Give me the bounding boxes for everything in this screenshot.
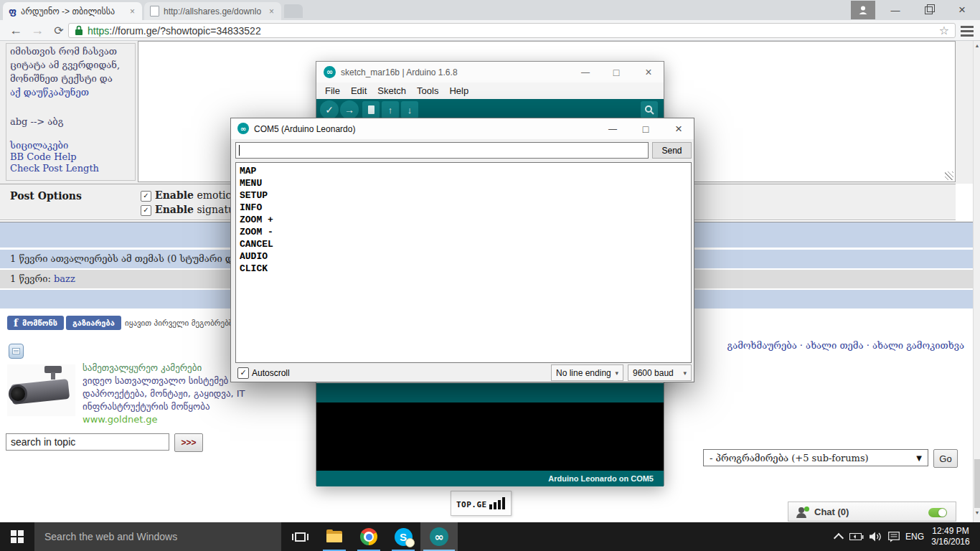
ad-line: დაპროექტება, მონტაჟი, გაყიდვა, IT	[83, 388, 245, 399]
start-button[interactable]	[0, 522, 34, 551]
page-scrollbar[interactable]: ▲ ▼	[973, 41, 980, 522]
reload-button[interactable]: ⟳	[49, 21, 69, 40]
text-caret	[239, 145, 240, 156]
forward-button[interactable]: →	[27, 21, 47, 40]
new-tab-button[interactable]	[284, 4, 303, 18]
serial-input-field[interactable]	[235, 142, 649, 159]
back-button[interactable]: ←	[6, 21, 26, 40]
enable-signature-checkbox[interactable]: ✓	[141, 205, 151, 216]
task-view-icon	[307, 534, 308, 540]
scroll-up-icon[interactable]: ▲	[974, 43, 980, 48]
chat-toggle[interactable]	[928, 508, 947, 517]
battery-indicator[interactable]	[848, 522, 865, 551]
facebook-like-button[interactable]: f მომწონს	[7, 316, 64, 330]
serial-minimize-button[interactable]: —	[598, 118, 627, 139]
arduino-maximize-button[interactable]: □	[603, 62, 630, 83]
arduino-titlebar[interactable]: ∞ sketch_mar16b | Arduino 1.6.8 — □ ×	[316, 62, 664, 83]
serial-output[interactable]: MAP MENU SETUP INFO ZOOM + ZOOM - CANCEL…	[235, 162, 692, 363]
browser-close-button[interactable]: ×	[947, 0, 977, 20]
serial-close-button[interactable]: ×	[664, 118, 694, 139]
skype-button[interactable]: S	[387, 522, 419, 551]
serial-line: ZOOM -	[240, 226, 687, 238]
language-indicator[interactable]: ENG	[903, 522, 927, 551]
ad-line: ინფრასტრუქტურის მოწყობა	[83, 401, 210, 412]
menu-tools[interactable]: Tools	[417, 85, 438, 96]
ad-url-link[interactable]: www.goldnet.ge	[83, 414, 158, 425]
menu-sketch[interactable]: Sketch	[377, 85, 406, 96]
serial-line: SETUP	[240, 189, 687, 202]
serial-maximize-button[interactable]: □	[631, 118, 660, 139]
taskbar: S ∞	[0, 522, 980, 551]
forum-jump-go-button[interactable]: Go	[933, 449, 958, 468]
task-view-button[interactable]	[284, 522, 316, 551]
chat-person-icon	[798, 507, 804, 513]
tab-allshares[interactable]: http://allshares.ge/downlo ×	[144, 2, 281, 20]
verify-button[interactable]: ✓	[320, 100, 339, 119]
topge-badge[interactable]: TOP.GE	[451, 491, 512, 516]
send-button[interactable]: Send	[652, 142, 692, 159]
bbcode-keyboard-icon[interactable]	[9, 344, 24, 359]
browser-minimize-button[interactable]: —	[880, 0, 910, 20]
taskbar-clock[interactable]: 12:49 PM 3/16/2016	[925, 522, 976, 551]
volume-button[interactable]	[867, 522, 884, 551]
search-submit-button[interactable]: >>>	[174, 433, 203, 452]
scroll-down-icon[interactable]: ▼	[974, 510, 980, 515]
arduino-minimize-button[interactable]: —	[572, 62, 599, 83]
arduino-taskbar-button[interactable]: ∞	[420, 522, 458, 551]
restore-icon	[925, 6, 933, 14]
sidebar-link-smileys[interactable]: სიცილაკები	[10, 140, 68, 151]
tab-close-icon[interactable]: ×	[268, 6, 275, 17]
ad-title[interactable]: სამეთვალყურეო კამერები	[83, 362, 202, 373]
profile-button[interactable]	[851, 1, 875, 19]
baud-rate-dropdown[interactable]: 9600 baud ▾	[628, 364, 692, 381]
taskbar-search-input[interactable]	[34, 522, 281, 551]
save-sketch-button[interactable]: ↓	[401, 101, 418, 118]
chat-person-icon	[796, 513, 806, 518]
ad-camera-image[interactable]	[7, 364, 75, 416]
chrome-button[interactable]	[353, 522, 385, 551]
browser-restore-button[interactable]	[913, 0, 943, 20]
facebook-share-button[interactable]: გაზიარება	[66, 316, 121, 330]
address-bar[interactable]: https://forum.ge/?showtopic=34833522 ☆	[68, 23, 956, 38]
action-center-icon	[888, 532, 900, 542]
line-ending-dropdown[interactable]: No line ending ▾	[551, 364, 623, 381]
textarea-resize-handle[interactable]	[945, 171, 953, 180]
enable-emoticons-checkbox[interactable]: ✓	[141, 191, 151, 202]
sidebar-link-bbcode[interactable]: BB Code Help	[10, 151, 77, 162]
chat-widget[interactable]: Chat (0)	[788, 501, 956, 522]
toggle-knob	[938, 509, 946, 517]
menu-help[interactable]: Help	[449, 85, 468, 96]
tray-expand-button[interactable]	[831, 522, 847, 551]
sidebar-link-postlength[interactable]: Check Post Length	[10, 163, 99, 174]
tab-forum-ge[interactable]: ფ არდუინო -> თბილისსა ×	[3, 2, 142, 20]
action-center-button[interactable]	[885, 522, 903, 551]
new-sketch-button[interactable]	[362, 101, 380, 118]
bookmark-star-icon[interactable]: ☆	[939, 24, 949, 37]
battery-icon	[849, 532, 864, 541]
tab-close-icon[interactable]: ×	[128, 6, 136, 17]
open-sketch-button[interactable]: ↑	[382, 101, 399, 118]
arduino-icon: ∞	[430, 527, 448, 546]
browser-menu-button[interactable]	[961, 26, 974, 28]
sidebar-quote-link[interactable]: აქ დაუწკაპუნეთ	[10, 87, 89, 98]
enable-bold: Enable	[155, 204, 194, 215]
person-icon	[858, 5, 868, 15]
serial-line: AUDIO	[240, 250, 687, 263]
magnifier-icon	[644, 105, 654, 115]
forum-jump-select[interactable]: - პროგრამირება (+5 sub-forums) ▼	[703, 449, 928, 466]
file-explorer-button[interactable]	[319, 522, 350, 551]
serial-titlebar[interactable]: ∞ COM5 (Arduino Leonardo) — □ ×	[231, 118, 694, 139]
arduino-close-button[interactable]: ×	[633, 62, 664, 83]
enable-bold: Enable	[155, 189, 194, 201]
ad-line: ვიდეო სათვალთვალო სისტემებ	[83, 375, 228, 386]
scrollbar-thumb[interactable]	[974, 459, 980, 508]
chevron-up-icon	[834, 533, 844, 543]
serial-monitor-button[interactable]	[641, 101, 658, 118]
autoscroll-checkbox[interactable]: ✓	[237, 367, 249, 379]
search-in-topic-input[interactable]	[6, 433, 169, 451]
menu-file[interactable]: File	[325, 85, 340, 96]
menu-edit[interactable]: Edit	[351, 85, 367, 96]
member-link-bazz[interactable]: bazz	[54, 273, 75, 284]
upload-button[interactable]: →	[340, 100, 359, 119]
topic-action-links[interactable]: გამოხმაურება · ახალი თემა · ახალი გამოკი…	[727, 340, 964, 351]
